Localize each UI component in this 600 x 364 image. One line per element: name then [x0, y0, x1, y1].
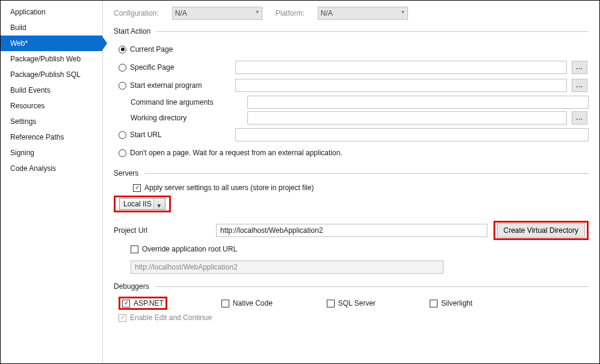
sidebar-item-package-publish-web[interactable]: Package/Publish Web — [1, 51, 102, 67]
working-dir-label: Working directory — [131, 114, 243, 122]
radio-current-page-label: Current Page — [130, 45, 173, 54]
override-root-input — [131, 261, 444, 274]
external-program-input[interactable] — [235, 79, 567, 92]
sql-label: SQL Server — [338, 299, 376, 307]
sidebar-item-package-publish-sql[interactable]: Package/Publish SQL — [1, 67, 102, 82]
silverlight-label: Silverlight — [441, 299, 472, 307]
sidebar-item-application[interactable]: Application — [1, 4, 102, 20]
cmd-args-input[interactable] — [247, 96, 589, 109]
override-root-checkbox[interactable] — [131, 245, 138, 253]
section-servers: Servers — [114, 169, 589, 177]
sidebar-item-reference-paths[interactable]: Reference Paths — [1, 129, 102, 145]
sidebar-item-build[interactable]: Build — [1, 20, 102, 35]
radio-specific-page[interactable] — [119, 64, 126, 72]
enable-edit-label: Enable Edit and Continue — [130, 313, 212, 322]
sidebar-item-resources[interactable]: Resources — [1, 98, 102, 114]
divider — [156, 31, 589, 32]
sidebar-item-build-events[interactable]: Build Events — [1, 82, 102, 98]
radio-dont-open-label: Don't open a page. Wait for a request fr… — [130, 149, 342, 157]
section-debuggers: Debuggers — [114, 282, 589, 291]
chevron-down-icon: ▼ — [156, 203, 162, 209]
radio-start-external[interactable] — [119, 82, 126, 90]
enable-edit-checkbox — [119, 314, 126, 322]
config-row: Configuration: Platform: — [114, 7, 589, 20]
platform-label: Platform: — [276, 9, 305, 17]
server-dropdown-value: Local IIS — [123, 200, 152, 208]
radio-specific-page-label: Specific Page — [130, 63, 174, 72]
radio-current-page[interactable] — [119, 46, 126, 54]
radio-start-external-label: Start external program — [130, 81, 202, 90]
sidebar-item-settings[interactable]: Settings — [1, 114, 102, 129]
configuration-select — [172, 7, 262, 20]
create-virtual-directory-button[interactable]: Create Virtual Directory — [497, 223, 586, 238]
native-checkbox[interactable] — [221, 300, 229, 307]
sidebar-item-signing[interactable]: Signing — [1, 145, 102, 161]
radio-start-url-label: Start URL — [130, 131, 162, 139]
divider — [144, 173, 589, 174]
radio-start-url[interactable] — [119, 131, 126, 139]
project-url-label: Project Url — [114, 226, 210, 235]
specific-page-input[interactable] — [235, 61, 567, 74]
sidebar-item-web[interactable]: Web* — [1, 35, 102, 51]
sidebar-item-code-analysis[interactable]: Code Analysis — [1, 161, 102, 176]
divider — [155, 286, 589, 287]
section-start-action-label: Start Action — [114, 27, 150, 35]
project-url-input[interactable] — [216, 224, 487, 237]
sidebar: Application Build Web* Package/Publish W… — [1, 1, 103, 363]
external-program-browse-button[interactable]: ... — [572, 79, 587, 92]
native-label: Native Code — [233, 299, 273, 307]
section-start-action: Start Action — [114, 27, 589, 35]
highlight-create-vdir: Create Virtual Directory — [493, 221, 589, 240]
apply-all-users-checkbox[interactable] — [133, 184, 141, 192]
platform-select — [318, 7, 408, 20]
highlight-aspnet: ASP.NET — [119, 297, 167, 310]
highlight-server-dropdown: Local IIS ▼ — [114, 196, 171, 212]
aspnet-checkbox[interactable] — [122, 300, 130, 307]
main-panel: Configuration: Platform: Start Action Cu… — [103, 1, 599, 363]
server-dropdown[interactable]: Local IIS ▼ — [119, 198, 165, 210]
specific-page-browse-button[interactable]: ... — [572, 61, 587, 74]
configuration-label: Configuration: — [114, 9, 159, 17]
cmd-args-label: Command line arguments — [131, 98, 243, 106]
sql-checkbox[interactable] — [327, 300, 335, 307]
radio-dont-open[interactable] — [119, 149, 126, 157]
working-dir-browse-button[interactable]: ... — [572, 111, 587, 125]
apply-all-users-label: Apply server settings to all users (stor… — [144, 184, 314, 192]
start-url-input[interactable] — [235, 128, 589, 141]
section-debuggers-label: Debuggers — [114, 282, 149, 291]
override-root-label: Override application root URL — [142, 245, 237, 253]
aspnet-label: ASP.NET — [134, 299, 164, 307]
working-dir-input[interactable] — [247, 111, 567, 125]
silverlight-checkbox[interactable] — [430, 300, 438, 307]
project-properties-window: Application Build Web* Package/Publish W… — [0, 0, 600, 364]
section-servers-label: Servers — [114, 169, 138, 177]
